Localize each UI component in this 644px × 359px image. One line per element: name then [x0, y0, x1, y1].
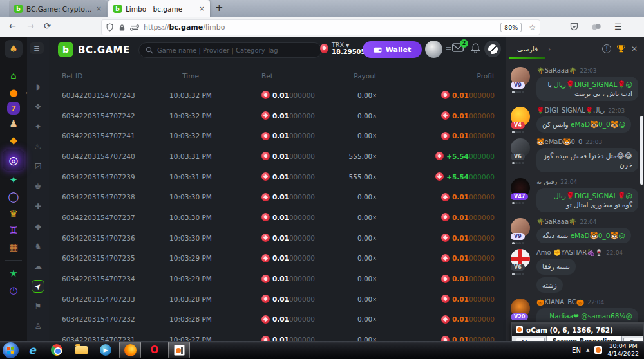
- tab-close-icon[interactable]: ×: [199, 5, 205, 13]
- browser-tab-bar: b BC.Game: Crypto Casino Game × b Limbo …: [0, 0, 644, 17]
- browser-tab-limbo[interactable]: b Limbo - bc.game ×: [108, 0, 210, 17]
- sidebar-item-party-games[interactable]: ♊: [6, 223, 21, 238]
- sidebar-item-lottery-ticket[interactable]: ✦: [6, 172, 21, 188]
- sidebar-item-recent[interactable]: ◷: [6, 282, 21, 298]
- table-row[interactable]: 60342203154707238 10:03:30 PM 0.01000000…: [49, 187, 506, 207]
- sidebar-item-bonus[interactable]: ▦: [6, 239, 21, 255]
- bookmark-star-icon[interactable]: ☆: [529, 23, 536, 32]
- sidebar-item-slots[interactable]: 7: [7, 102, 20, 115]
- forward-button[interactable]: →: [27, 21, 34, 31]
- back-button[interactable]: ←: [9, 21, 16, 31]
- sidebar-item-roulette[interactable]: ◯: [6, 189, 21, 205]
- sidebar-game-icon-11[interactable]: ➤: [32, 280, 44, 293]
- new-tab-button[interactable]: +: [215, 2, 223, 14]
- taskbar-chrome[interactable]: [46, 342, 68, 358]
- browser-tab-bcgame[interactable]: b BC.Game: Crypto Casino Game ×: [9, 0, 107, 17]
- sidebar-toggle-icon[interactable]: ☰: [30, 42, 44, 54]
- chat-language-tab[interactable]: فارسی: [512, 45, 543, 53]
- url-bar[interactable]: https://bc.game/limbo 80% ☆: [102, 20, 540, 35]
- bet-amount: 0.01000000: [229, 172, 339, 181]
- sidebar-game-icon-9[interactable]: ♞: [32, 240, 44, 253]
- sidebar-game-icon-7[interactable]: ✚: [32, 200, 44, 213]
- table-row[interactable]: 60342203154707239 10:03:31 PM 0.01000000…: [49, 167, 506, 187]
- sidebar-game-icon-1[interactable]: ◗: [32, 80, 44, 93]
- sidebar-game-icon-12[interactable]: ⚑: [32, 300, 44, 313]
- menu-hamburger-icon[interactable]: ☰: [614, 22, 622, 32]
- chat-username[interactable]: 🌴SaRaaa🌴22:03: [536, 67, 639, 74]
- sidebar-item-promotions[interactable]: ◆: [6, 133, 21, 148]
- spade-logo-icon[interactable]: ♠: [5, 40, 23, 58]
- sidebar-item-vip-crown[interactable]: ♛: [6, 206, 21, 221]
- bet-payout: 0.00×: [339, 275, 377, 282]
- table-row[interactable]: 60342203154707242 10:03:32 PM 0.01000000…: [49, 106, 506, 126]
- taskbar-file-explorer[interactable]: [70, 342, 92, 358]
- trx-coin-icon: [441, 336, 450, 341]
- folder-icon: [75, 346, 88, 354]
- bet-id: 60342203154707235: [62, 254, 152, 262]
- sidebar-item-sports[interactable]: ●›: [6, 85, 21, 100]
- table-row[interactable]: 60342203154707233 10:03:28 PM 0.01000000…: [49, 289, 506, 309]
- taskbar-firefox[interactable]: [119, 342, 141, 358]
- language-indicator[interactable]: EN: [572, 347, 581, 354]
- sidebar-item-spin-wheel[interactable]: ★: [6, 266, 21, 281]
- chat-username[interactable]: Amo ✊YASHAR🍇🍷22:04: [536, 249, 639, 256]
- chat-username[interactable]: 🌴SaRaaa🌴22:04: [536, 218, 639, 225]
- sidebar-game-icon-10[interactable]: ☁: [32, 260, 44, 273]
- chat-username[interactable]: رفیق نه22:04: [536, 178, 639, 185]
- sidebar-game-icon-3[interactable]: ✦: [32, 120, 44, 133]
- chevron-right-icon[interactable]: ›: [548, 46, 551, 53]
- table-row[interactable]: 60342203154707243 10:03:32 PM 0.01000000…: [49, 85, 506, 106]
- ocam-title-bar[interactable]: oCam (0, 6, 1366, 762): [512, 324, 643, 336]
- level-badge: V9: [511, 233, 525, 240]
- sidebar-game-icon-13[interactable]: ♙: [32, 320, 44, 333]
- taskbar-internet-explorer[interactable]: e: [21, 342, 43, 358]
- permissions-icon[interactable]: [130, 24, 139, 32]
- sidebar-item-limbo-current[interactable]: ◎: [3, 149, 24, 171]
- ocam-tray-icon[interactable]: [594, 346, 602, 354]
- sidebar-game-icon-8[interactable]: ◆: [32, 220, 44, 233]
- bet-time: 10:03:29 PM: [152, 275, 229, 282]
- browser-toolbar: ← → ⟳ https://bc.game/limbo 80% ☆ ☰: [0, 17, 644, 37]
- table-row[interactable]: 60342203154707237 10:03:30 PM 0.01000000…: [49, 207, 506, 228]
- chat-bubbles: @🐯eMaD🐯0_0 بسه دیگه: [536, 228, 639, 243]
- chat-username[interactable]: 🐯eMaD🐯0_022:03: [536, 138, 639, 145]
- reload-button[interactable]: ⟳: [44, 21, 51, 31]
- chat-rules-icon[interactable]: !: [602, 44, 611, 53]
- table-row[interactable]: 60342203154707241 10:03:32 PM 0.01000000…: [49, 125, 506, 146]
- trophy-icon[interactable]: [616, 44, 626, 53]
- sidebar-game-icon-4[interactable]: ♨: [32, 140, 44, 153]
- ocam-tab-screen-recording[interactable]: Screen Recording: [546, 336, 621, 341]
- pocket-icon[interactable]: [569, 22, 579, 32]
- bcgame-favicon: b: [113, 5, 122, 13]
- table-row[interactable]: 60342203154707236 10:03:30 PM 0.01000000…: [49, 228, 506, 248]
- tab-close-icon[interactable]: ×: [96, 5, 102, 13]
- table-row[interactable]: 60342203154707231 10:03:27 PM 0.01000000…: [49, 329, 506, 341]
- sidebar-game-icon-2[interactable]: ❖: [32, 100, 44, 113]
- chat-close-icon[interactable]: ✕: [631, 44, 638, 53]
- zoom-level-badge[interactable]: 80%: [500, 23, 522, 32]
- shield-icon[interactable]: [106, 23, 114, 32]
- sidebar-game-icon-5[interactable]: ⚂: [32, 160, 44, 173]
- table-row[interactable]: 60342203154707232 10:03:28 PM 0.01000000…: [49, 309, 506, 330]
- taskbar-media-player[interactable]: ▶: [95, 342, 117, 358]
- start-button[interactable]: [3, 342, 19, 358]
- taskbar-clock[interactable]: 10:04 PM 4/14/2022: [607, 342, 639, 358]
- chat-username[interactable]: 🌹DIGI_SIGNAL🌹ریال22:03: [536, 107, 639, 114]
- taskbar-opera[interactable]: O: [144, 342, 166, 358]
- sidebar-item-live-casino[interactable]: ♟: [6, 116, 21, 131]
- sidebar-item-home[interactable]: ⌂: [6, 68, 21, 84]
- chat-scrollbar[interactable]: [640, 116, 643, 185]
- lock-icon[interactable]: [118, 24, 126, 32]
- bet-time: 10:03:27 PM: [152, 336, 229, 341]
- chat-username[interactable]: 🎃KIANA_BC🎃22:04: [536, 299, 639, 306]
- table-row[interactable]: 60342203154707235 10:03:29 PM 0.01000000…: [49, 248, 506, 269]
- extension-icon[interactable]: [591, 22, 601, 31]
- bet-id: 60342203154707234: [62, 275, 152, 282]
- trx-coin-icon: [441, 132, 450, 140]
- table-row[interactable]: 60342203154707234 10:03:29 PM 0.01000000…: [49, 268, 506, 289]
- tray-expand-icon[interactable]: ▲: [586, 347, 589, 353]
- bet-amount: 0.01000000: [229, 315, 339, 324]
- taskbar-ocam[interactable]: [168, 342, 190, 358]
- table-row[interactable]: 60342203154707240 10:03:31 PM 0.01000000…: [49, 146, 506, 167]
- sidebar-game-icon-6[interactable]: ♚: [32, 180, 44, 193]
